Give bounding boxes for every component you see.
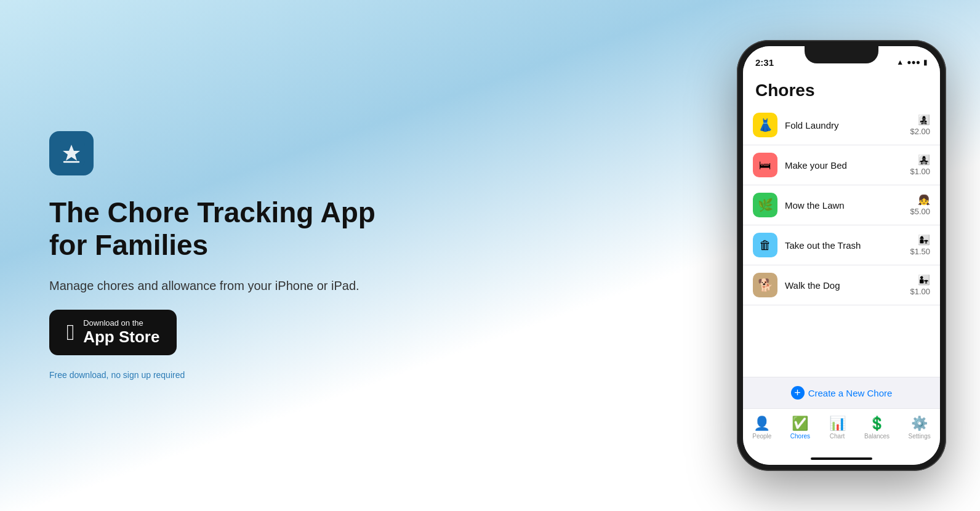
app-store-button[interactable]:  Download on the App Store (49, 310, 177, 355)
chore-name: Make your Bed (785, 160, 910, 171)
tab-balances[interactable]: 💲 Balances (864, 416, 890, 440)
chore-emoji: 🛏 (759, 158, 771, 172)
chore-emoji: 👗 (758, 118, 773, 132)
tab-people[interactable]: 👤 People (752, 416, 771, 440)
chores-tab-label: Chores (790, 433, 810, 440)
signal-icon: ●●● (907, 58, 920, 66)
chore-emoji: 🗑 (759, 238, 771, 252)
chore-icon: 🗑 (753, 233, 777, 257)
status-icons: ▲ ●●● ▮ (896, 58, 928, 66)
chore-right: 👩‍👧‍👦 $2.00 (910, 114, 930, 136)
chore-avatars: 👨‍👧 (918, 274, 930, 286)
tab-bar: 👤 People ✅ Chores 📊 Chart 💲 Balances ⚙️ … (743, 408, 940, 453)
chore-name: Fold Laundry (785, 120, 910, 131)
create-chore-button[interactable]: + Create a New Chore (743, 377, 940, 408)
chore-item[interactable]: 🛏 Make your Bed 👩‍👧‍👧 $1.00 (743, 145, 940, 185)
chore-right: 👧 $5.00 (910, 194, 930, 216)
home-indicator (743, 453, 940, 465)
chore-name: Walk the Dog (785, 280, 910, 291)
battery-icon: ▮ (923, 58, 928, 66)
chores-tab-icon: ✅ (792, 416, 808, 432)
balances-tab-icon: 💲 (869, 416, 885, 432)
chore-price: $5.00 (910, 207, 930, 216)
app-store-label: App Store (83, 328, 159, 347)
home-bar (811, 457, 872, 460)
chore-emoji: 🌿 (758, 198, 773, 212)
chore-avatars: 👩‍👧‍👦 (918, 114, 930, 126)
chore-avatars: 👩‍👧 (918, 234, 930, 246)
settings-tab-label: Settings (909, 433, 931, 440)
balances-tab-label: Balances (864, 433, 890, 440)
tab-chores[interactable]: ✅ Chores (790, 416, 810, 440)
phone-notch (805, 46, 878, 63)
app-icon (49, 131, 94, 175)
screen-content: Chores 👗 Fold Laundry 👩‍👧‍👦 $2.00 🛏 Make… (743, 73, 940, 408)
chore-item[interactable]: 🌿 Mow the Lawn 👧 $5.00 (743, 185, 940, 225)
chore-name: Take out the Trash (785, 240, 910, 251)
chore-emoji: 🐕 (758, 278, 773, 292)
chore-icon: 👗 (753, 113, 777, 137)
chore-name: Mow the Lawn (785, 200, 910, 211)
subheadline: Manage chores and allowance from your iP… (49, 276, 672, 295)
phone-screen: 2:31 ▲ ●●● ▮ Chores 👗 Fold Laundry (743, 46, 940, 465)
chore-item[interactable]: 👗 Fold Laundry 👩‍👧‍👦 $2.00 (743, 105, 940, 145)
chore-icon: 🌿 (753, 193, 777, 217)
free-download-text: Free download, no sign up required (49, 370, 672, 380)
chore-price: $1.00 (910, 287, 930, 296)
phone-wrapper: 2:31 ▲ ●●● ▮ Chores 👗 Fold Laundry (737, 40, 946, 471)
create-chore-label: Create a New Chore (808, 388, 893, 398)
chart-tab-label: Chart (830, 433, 845, 440)
phone-mockup-section: 2:31 ▲ ●●● ▮ Chores 👗 Fold Laundry (721, 40, 980, 471)
screen-title: Chores (755, 81, 814, 100)
chore-icon: 🐕 (753, 273, 777, 297)
screen-header: Chores (743, 73, 940, 105)
chore-price: $1.50 (910, 247, 930, 256)
wifi-icon: ▲ (896, 58, 904, 66)
tab-settings[interactable]: ⚙️ Settings (909, 416, 931, 440)
plus-icon: + (791, 386, 805, 400)
chore-right: 👨‍👧 $1.00 (910, 274, 930, 296)
status-time: 2:31 (755, 57, 774, 68)
left-section: The Chore Tracking App for Families Mana… (0, 94, 721, 417)
chore-item[interactable]: 🐕 Walk the Dog 👨‍👧 $1.00 (743, 265, 940, 305)
people-tab-icon: 👤 (753, 416, 770, 432)
chore-right: 👩‍👧 $1.50 (910, 234, 930, 256)
tab-chart[interactable]: 📊 Chart (829, 416, 846, 440)
chore-price: $2.00 (910, 127, 930, 136)
chore-item[interactable]: 🗑 Take out the Trash 👩‍👧 $1.50 (743, 225, 940, 265)
people-tab-label: People (752, 433, 771, 440)
chore-price: $1.00 (910, 167, 930, 176)
chore-right: 👩‍👧‍👧 $1.00 (910, 154, 930, 176)
app-store-btn-text: Download on the App Store (83, 318, 159, 347)
chore-icon: 🛏 (753, 153, 777, 177)
chart-tab-icon: 📊 (829, 416, 846, 432)
chore-avatars: 👧 (918, 194, 930, 206)
main-headline: The Chore Tracking App for Families (49, 196, 672, 262)
settings-tab-icon: ⚙️ (911, 416, 928, 432)
download-on-label: Download on the (83, 318, 143, 328)
apple-logo-icon:  (66, 321, 74, 344)
chore-avatars: 👩‍👧‍👧 (918, 154, 930, 166)
chores-list: 👗 Fold Laundry 👩‍👧‍👦 $2.00 🛏 Make your B… (743, 105, 940, 377)
